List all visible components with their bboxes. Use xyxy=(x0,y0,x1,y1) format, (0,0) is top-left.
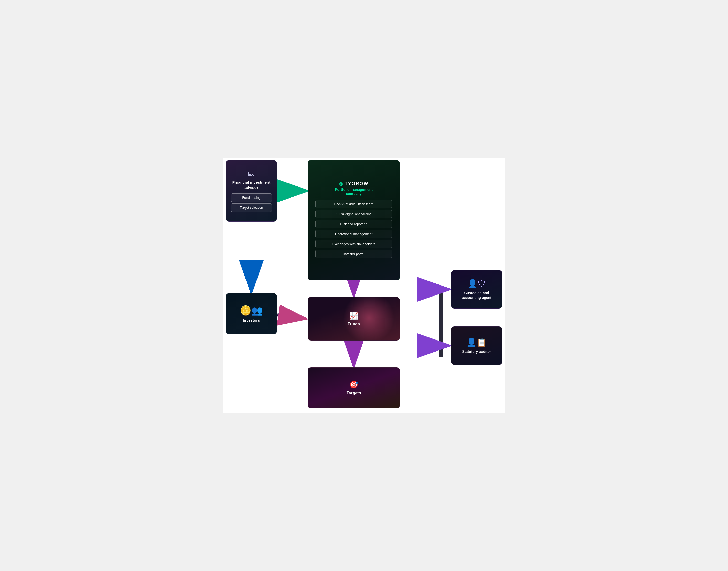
fund-raising-button[interactable]: Fund raising xyxy=(231,194,272,202)
portfolio-item-4[interactable]: Operational management xyxy=(315,230,392,238)
card-advisor: 🗂 Financial investment advisor Fund rais… xyxy=(226,160,277,222)
advisor-title: Financial investment advisor xyxy=(230,180,273,190)
targets-icon: 🎯 xyxy=(349,380,358,389)
portfolio-subtitle: Portfolio managementcompany xyxy=(335,188,373,196)
portfolio-item-6[interactable]: Investor portal xyxy=(315,250,392,258)
wallet-icon: 🗂 xyxy=(247,168,256,178)
svg-line-7 xyxy=(277,315,306,319)
funds-icon: 📈 xyxy=(349,311,358,320)
auditor-title: Statutory auditor xyxy=(462,349,491,354)
targets-title: Targets xyxy=(347,391,361,395)
investors-icon: 🪙👥 xyxy=(240,305,263,316)
custodian-title: Custodian and accounting agent xyxy=(455,291,498,300)
tygrow-icon: ◎ xyxy=(339,181,343,187)
portfolio-item-2[interactable]: 100% digital onboarding xyxy=(315,210,392,218)
card-auditor: 👤📋 Statutory auditor xyxy=(451,326,502,365)
card-funds: 📈 Funds xyxy=(308,297,400,341)
portfolio-item-5[interactable]: Exchanges with stakeholders xyxy=(315,240,392,248)
portfolio-item-1[interactable]: Back & Middle Office team xyxy=(315,200,392,208)
target-selection-button[interactable]: Target selection xyxy=(231,203,272,212)
card-investors: 🪙👥 Investors xyxy=(226,293,277,334)
card-portfolio: ◎ TYGROW Portfolio managementcompany Bac… xyxy=(308,160,400,280)
card-targets: 🎯 Targets xyxy=(308,367,400,408)
investors-title: Investors xyxy=(243,318,260,322)
auditor-icon: 👤📋 xyxy=(466,337,487,347)
tygrow-text: TYGROW xyxy=(345,181,369,187)
portfolio-item-3[interactable]: Risk and reporting xyxy=(315,220,392,228)
card-custodian: 👤🛡 Custodian and accounting agent xyxy=(451,270,502,309)
diagram-container: 🗂 Financial investment advisor Fund rais… xyxy=(223,157,505,414)
tygrow-logo: ◎ TYGROW xyxy=(339,181,369,187)
custodian-icon: 👤🛡 xyxy=(467,279,486,289)
funds-title: Funds xyxy=(348,322,360,326)
